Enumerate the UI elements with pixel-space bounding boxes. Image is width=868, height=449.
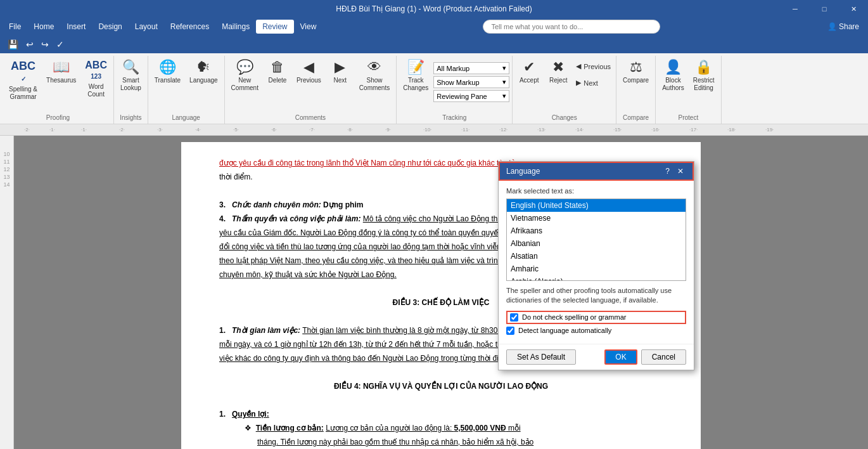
thesaurus-label: Thesaurus — [46, 77, 76, 84]
delete-label: Delete — [269, 77, 287, 84]
close-button[interactable]: ✕ — [839, 0, 868, 18]
reject-label: Reject — [549, 77, 567, 84]
doc-sidebar: 10 11 12 13 14 — [0, 136, 14, 449]
reviewing-pane-dropdown[interactable]: Reviewing Pane ▾ — [433, 90, 509, 102]
lang-item-arabic-algeria[interactable]: Arabic (Algeria) — [507, 275, 686, 281]
undo-button[interactable]: ↩ — [23, 38, 36, 51]
accept-button[interactable]: ✔ Accept — [515, 58, 543, 108]
share-button[interactable]: 👤 Share — [821, 20, 865, 34]
restrict-editing-button[interactable]: 🔒 RestrictEditing — [689, 58, 718, 108]
thesaurus-icon: 📖 — [53, 60, 70, 74]
language-label: Language — [189, 77, 218, 84]
smart-lookup-icon: 🔍 — [122, 60, 139, 74]
previous-change-button[interactable]: ◀ Previous — [573, 58, 613, 74]
title-bar-controls: ─ □ ✕ — [781, 0, 868, 18]
doc-dieu4-item1: 1. Quyền lợi: — [219, 408, 663, 420]
lang-item-english[interactable]: English (United States) — [507, 199, 686, 212]
word-count-button[interactable]: ABC123 WordCount — [81, 58, 111, 108]
block-authors-button[interactable]: 👤 BlockAuthors — [658, 58, 687, 108]
search-bar — [322, 20, 820, 34]
cancel-button[interactable]: Cancel — [641, 349, 686, 365]
menu-design[interactable]: Design — [92, 20, 128, 34]
comments-content: 💬 NewComment 🗑 Delete ◀ Previous ▶ Next … — [227, 57, 394, 113]
ribbon-group-insights: 🔍 SmartLookup Insights — [114, 56, 148, 124]
search-input[interactable] — [483, 20, 660, 34]
spelling-grammar-button[interactable]: ABC✓ Spelling &Grammar — [5, 58, 41, 108]
no-spell-check-label[interactable]: Do not check spelling or grammar — [522, 313, 626, 321]
doc-dieu4-item1a: ❖ Tiền lương cơ bản: Lương cơ bản của ng… — [245, 422, 663, 434]
ribbon-group-compare: ⚖ Compare Compare — [616, 56, 656, 124]
redo-button[interactable]: ↪ — [39, 38, 51, 51]
menu-layout[interactable]: Layout — [129, 20, 164, 34]
next-comment-button[interactable]: ▶ Next — [326, 58, 354, 108]
new-comment-icon: 💬 — [236, 60, 253, 74]
show-comments-button[interactable]: 👁 ShowComments — [355, 58, 393, 108]
dialog-hint: The speller and other proofing tools aut… — [506, 286, 686, 306]
dialog-close-button[interactable]: ✕ — [675, 167, 686, 176]
translate-button[interactable]: 🌐 Translate — [151, 58, 184, 108]
new-comment-button[interactable]: 💬 NewComment — [227, 58, 262, 108]
menu-references[interactable]: References — [164, 20, 215, 34]
block-authors-label: BlockAuthors — [662, 77, 684, 92]
track-changes-button[interactable]: 📝 TrackChanges — [399, 58, 432, 108]
ribbon-group-tracking: 📝 TrackChanges All Markup ▾ Show Markup … — [397, 56, 513, 124]
language-listbox[interactable]: English (United States) Vietnamese Afrik… — [506, 198, 686, 281]
ruler-bar: ·2· ·1· ·1· ·2· ·3· ·4· ·5· ·6· ·7· ·8· … — [5, 124, 863, 136]
track-changes-icon: 📝 — [407, 60, 424, 74]
translate-label: Translate — [155, 77, 181, 84]
no-spell-check-checkbox[interactable] — [510, 313, 518, 322]
menu-file[interactable]: File — [3, 20, 27, 34]
show-markup-dropdown[interactable]: Show Markup ▾ — [433, 76, 509, 88]
menu-home[interactable]: Home — [27, 20, 60, 34]
changes-content: ✔ Accept ✖ Reject ◀ Previous ▶ Next — [515, 57, 613, 113]
menu-mailings[interactable]: Mailings — [215, 20, 256, 34]
lang-item-amharic[interactable]: Amharic — [507, 263, 686, 275]
lang-item-albanian[interactable]: Albanian — [507, 237, 686, 250]
menu-bar: File Home Insert Design Layout Reference… — [0, 18, 868, 36]
next-comment-icon: ▶ — [335, 60, 345, 74]
menu-insert[interactable]: Insert — [60, 20, 92, 34]
proofing-label: Proofing — [5, 113, 111, 124]
save-button[interactable]: 💾 — [5, 38, 21, 51]
sidebar-num: 11 — [3, 159, 10, 165]
compare-content: ⚖ Compare — [619, 57, 653, 113]
detect-language-checkbox[interactable] — [506, 327, 514, 335]
ribbon-group-language: 🌐 Translate 🗣 Language Language — [148, 56, 225, 124]
language-icon: 🗣 — [196, 60, 210, 74]
delete-comment-button[interactable]: 🗑 Delete — [264, 58, 291, 108]
maximize-button[interactable]: □ — [810, 0, 839, 18]
set-as-default-button[interactable]: Set As Default — [506, 349, 576, 365]
all-markup-dropdown[interactable]: All Markup ▾ — [433, 62, 509, 74]
prev-comment-label: Previous — [297, 77, 321, 84]
smart-lookup-button[interactable]: 🔍 SmartLookup — [117, 58, 145, 108]
compare-button[interactable]: ⚖ Compare — [619, 58, 653, 108]
menu-view[interactable]: View — [294, 20, 323, 34]
previous-comment-button[interactable]: ◀ Previous — [293, 58, 325, 108]
scroll-area[interactable]: 💻 ThuthuatOffice THỦ THUẬT VĂN PHÒNG đượ… — [14, 136, 868, 449]
lang-item-alsatian[interactable]: Alsatian — [507, 250, 686, 263]
dialog-mark-label: Mark selected text as: — [506, 187, 686, 195]
checkmark-button[interactable]: ✓ — [54, 38, 67, 51]
menu-review[interactable]: Review — [256, 20, 293, 34]
lang-item-vietnamese[interactable]: Vietnamese — [507, 212, 686, 224]
reject-button[interactable]: ✖ Reject — [544, 58, 572, 108]
minimize-button[interactable]: ─ — [781, 0, 810, 18]
next-change-label: Next — [584, 79, 598, 87]
track-changes-label: TrackChanges — [403, 77, 428, 92]
language-button[interactable]: 🗣 Language — [186, 58, 222, 108]
sidebar-num: 13 — [3, 174, 10, 180]
prev-comment-icon: ◀ — [303, 60, 314, 74]
thesaurus-button[interactable]: 📖 Thesaurus — [42, 58, 80, 108]
spelling-label: Spelling &Grammar — [9, 86, 37, 101]
dialog-help-button[interactable]: ? — [663, 167, 672, 176]
detect-language-label[interactable]: Detect language automatically — [518, 327, 611, 334]
next-change-button[interactable]: ▶ Next — [573, 75, 613, 91]
dialog-controls: ? ✕ — [663, 167, 686, 176]
protect-content: 👤 BlockAuthors 🔒 RestrictEditing — [658, 57, 718, 113]
tracking-group-label: Tracking — [399, 113, 509, 124]
compare-label: Compare — [623, 77, 649, 84]
ok-button[interactable]: OK — [604, 349, 637, 365]
document-area: 10 11 12 13 14 💻 ThuthuatOffice THỦ THUẬ… — [0, 136, 868, 449]
lang-item-afrikaans[interactable]: Afrikaans — [507, 224, 686, 237]
ribbon-group-protect: 👤 BlockAuthors 🔒 RestrictEditing Protect — [656, 56, 721, 124]
